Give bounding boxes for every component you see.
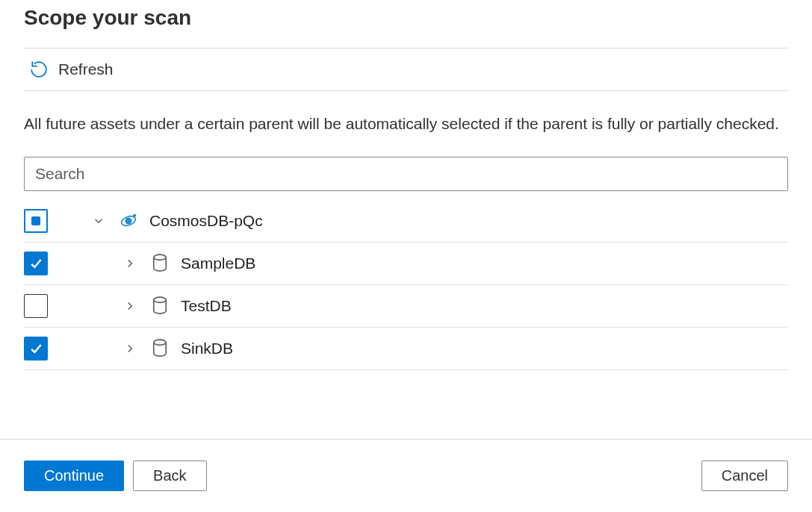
- tree-row-root[interactable]: CosmosDB-pQc: [24, 200, 788, 243]
- chevron-right-icon[interactable]: [121, 340, 139, 358]
- database-icon: [149, 253, 170, 274]
- tree-row[interactable]: SinkDB: [24, 328, 788, 370]
- checkbox-checked[interactable]: [24, 252, 48, 275]
- refresh-button[interactable]: Refresh: [24, 49, 788, 91]
- database-icon: [149, 296, 170, 316]
- node-label: CosmosDB-pQc: [149, 212, 263, 230]
- checkbox-checked[interactable]: [24, 337, 48, 360]
- search-input[interactable]: [24, 157, 788, 191]
- checkbox-indeterminate[interactable]: [24, 209, 48, 233]
- node-label: SinkDB: [181, 340, 233, 358]
- database-icon: [149, 338, 170, 359]
- svg-point-3: [154, 255, 167, 260]
- node-label: TestDB: [181, 297, 232, 315]
- cosmosdb-icon: [118, 210, 139, 231]
- checkbox-unchecked[interactable]: [24, 294, 48, 318]
- continue-button[interactable]: Continue: [24, 461, 124, 491]
- refresh-icon: [28, 59, 49, 80]
- cancel-button[interactable]: Cancel: [701, 461, 788, 491]
- svg-point-1: [125, 217, 132, 224]
- back-button[interactable]: Back: [133, 461, 206, 491]
- chevron-right-icon[interactable]: [121, 255, 139, 272]
- svg-point-5: [154, 340, 167, 345]
- tree-row[interactable]: SampleDB: [24, 243, 788, 285]
- tree-row[interactable]: TestDB: [24, 285, 788, 328]
- chevron-down-icon[interactable]: [90, 212, 108, 230]
- chevron-right-icon[interactable]: [121, 297, 139, 315]
- tree: CosmosDB-pQc SampleDB: [24, 200, 788, 370]
- svg-point-2: [133, 213, 136, 216]
- page-title: Scope your scan: [24, 0, 788, 49]
- footer: Continue Back Cancel: [0, 439, 812, 512]
- refresh-label: Refresh: [58, 60, 114, 78]
- help-text: All future assets under a certain parent…: [24, 91, 788, 157]
- svg-point-4: [154, 297, 167, 302]
- node-label: SampleDB: [181, 255, 255, 272]
